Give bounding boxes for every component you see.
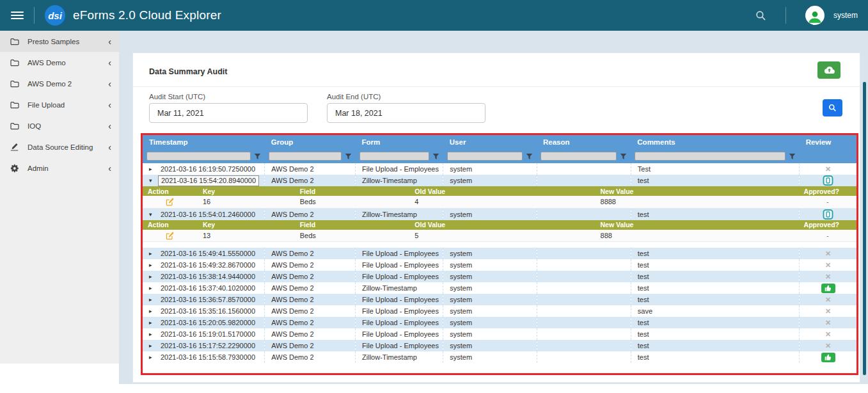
expand-arrow-icon[interactable]: ▸ — [149, 250, 158, 257]
group-cell: AWS Demo 2 — [265, 248, 356, 259]
funnel-icon[interactable] — [789, 153, 796, 160]
chevron-left-icon[interactable]: ‹ — [108, 164, 111, 173]
filter-cell-comments — [631, 149, 799, 163]
funnel-icon[interactable] — [526, 153, 533, 160]
filter-input-comments[interactable] — [635, 152, 785, 161]
expand-arrow-icon[interactable]: ▸ — [149, 262, 158, 268]
detail-row: ActionKeyFieldOld ValueNew ValueApproved… — [143, 186, 856, 209]
audit-start-input[interactable] — [149, 103, 308, 123]
audit-end-input[interactable] — [327, 103, 485, 123]
sidebar-item-aws-demo-2[interactable]: AWS Demo 2‹ — [0, 73, 119, 94]
x-icon[interactable]: ✕ — [825, 261, 831, 269]
search-icon[interactable] — [755, 10, 766, 21]
funnel-icon[interactable] — [254, 153, 261, 160]
avatar[interactable] — [805, 6, 825, 25]
x-icon[interactable]: ✕ — [825, 307, 831, 315]
expand-arrow-icon[interactable]: ▸ — [149, 354, 158, 360]
timestamp-cell: ▸2021-03-16 15:38:14.9440000 — [143, 271, 265, 282]
expand-arrow-icon[interactable]: ▸ — [149, 285, 158, 291]
filter-input-reason[interactable] — [541, 152, 617, 161]
review-cell: ✕ — [800, 163, 856, 175]
filter-input-form[interactable] — [359, 152, 429, 161]
sidebar-item-file-upload[interactable]: File Upload‹ — [0, 94, 119, 115]
expand-arrow-icon[interactable]: ▸ — [149, 273, 158, 280]
funnel-icon[interactable] — [620, 153, 627, 160]
review-cell: ✕ — [800, 248, 856, 259]
x-icon[interactable]: ✕ — [825, 273, 831, 280]
table-row: ▾2021-03-16 15:54:20.8940000AWS Demo 2Zi… — [143, 175, 856, 186]
chevron-left-icon[interactable]: ‹ — [108, 122, 111, 131]
detail-column-header-action: Action — [143, 220, 198, 230]
x-icon[interactable]: ✕ — [825, 319, 831, 326]
audit-detail-table: ActionKeyFieldOld ValueNew ValueApproved… — [143, 220, 856, 243]
column-header-comments[interactable]: Comments — [631, 135, 799, 149]
expand-arrow-icon[interactable]: ▸ — [149, 331, 158, 337]
filter-cell-review — [800, 149, 856, 163]
group-cell: AWS Demo 2 — [265, 175, 356, 186]
x-icon[interactable]: ✕ — [825, 342, 831, 349]
filter-input-user[interactable] — [447, 152, 523, 161]
thumbs-up-icon[interactable] — [821, 284, 835, 293]
x-icon[interactable]: ✕ — [825, 330, 831, 338]
timestamp-value: 2021-03-16 15:54:20.8940000 — [158, 175, 259, 186]
edit-icon[interactable] — [166, 198, 174, 206]
comments-cell: save — [631, 305, 799, 317]
column-header-group[interactable]: Group — [265, 135, 356, 149]
chevron-left-icon[interactable]: ‹ — [108, 100, 111, 109]
column-header-user[interactable]: User — [443, 135, 537, 149]
timestamp-cell: ▸2021-03-16 15:19:01.5170000 — [143, 328, 265, 340]
group-cell: AWS Demo 2 — [265, 209, 356, 220]
sidebar-item-data-source-editing[interactable]: Data Source Editing‹ — [0, 136, 119, 157]
reason-cell — [537, 163, 631, 175]
form-cell: Zillow-Timestamp — [356, 209, 443, 220]
sidebar-item-admin[interactable]: Admin‹ — [0, 157, 119, 179]
edit-icon[interactable] — [166, 232, 174, 240]
collapse-arrow-icon[interactable]: ▾ — [149, 177, 158, 184]
expand-arrow-icon[interactable]: ▸ — [149, 296, 158, 303]
group-cell: AWS Demo 2 — [265, 351, 356, 363]
run-search-button[interactable] — [823, 99, 842, 116]
chevron-left-icon[interactable]: ‹ — [108, 79, 111, 88]
menu-icon[interactable] — [11, 10, 24, 21]
thumbs-up-icon[interactable] — [821, 353, 835, 362]
x-icon[interactable]: ✕ — [825, 296, 831, 303]
chevron-left-icon[interactable]: ‹ — [108, 58, 111, 67]
expand-arrow-icon[interactable]: ▸ — [149, 166, 158, 172]
funnel-icon[interactable] — [432, 153, 439, 160]
column-header-timestamp[interactable]: Timestamp — [143, 135, 265, 149]
export-button[interactable] — [817, 61, 840, 79]
review-cell: ✕ — [800, 259, 856, 271]
filter-input-group[interactable] — [269, 152, 342, 161]
filter-row — [143, 149, 856, 163]
table-row: ▸2021-03-16 15:15:58.7930000AWS Demo 2Zi… — [143, 351, 856, 363]
sidebar-item-ioq[interactable]: IOQ‹ — [0, 115, 119, 136]
expand-arrow-icon[interactable]: ▸ — [149, 308, 158, 314]
expand-arrow-icon[interactable]: ▸ — [149, 342, 158, 349]
funnel-icon[interactable] — [345, 153, 352, 160]
filter-cell-form — [356, 149, 443, 163]
filter-cell-user — [443, 149, 537, 163]
sidebar-item-presto-samples[interactable]: Presto Samples‹ — [0, 31, 119, 52]
chevron-left-icon[interactable]: ‹ — [108, 143, 111, 152]
detail-column-header-old-value: Old Value — [409, 186, 595, 196]
reason-cell — [537, 248, 631, 259]
chevron-left-icon[interactable]: ‹ — [108, 37, 111, 46]
x-icon[interactable]: ✕ — [825, 165, 831, 173]
column-header-review[interactable]: Review — [800, 135, 856, 149]
notes-icon[interactable] — [823, 175, 833, 186]
notes-icon[interactable] — [823, 209, 833, 220]
expand-arrow-icon[interactable]: ▸ — [149, 319, 158, 326]
x-icon[interactable]: ✕ — [825, 250, 831, 257]
filter-input-timestamp[interactable] — [146, 152, 251, 161]
sidebar-item-aws-demo[interactable]: AWS Demo‹ — [0, 52, 119, 73]
timestamp-value: 2021-03-16 15:37:40.1020000 — [158, 284, 258, 292]
review-cell — [800, 209, 856, 220]
column-header-form[interactable]: Form — [356, 135, 443, 149]
timestamp-cell: ▸2021-03-16 15:35:16.1560000 — [143, 305, 265, 317]
action-cell — [143, 196, 198, 208]
timestamp-cell: ▸2021-03-16 15:20:05.9820000 — [143, 317, 265, 328]
username[interactable]: system — [833, 11, 858, 20]
vertical-scrollbar[interactable] — [863, 82, 866, 375]
collapse-arrow-icon[interactable]: ▾ — [149, 211, 158, 218]
column-header-reason[interactable]: Reason — [537, 135, 631, 149]
